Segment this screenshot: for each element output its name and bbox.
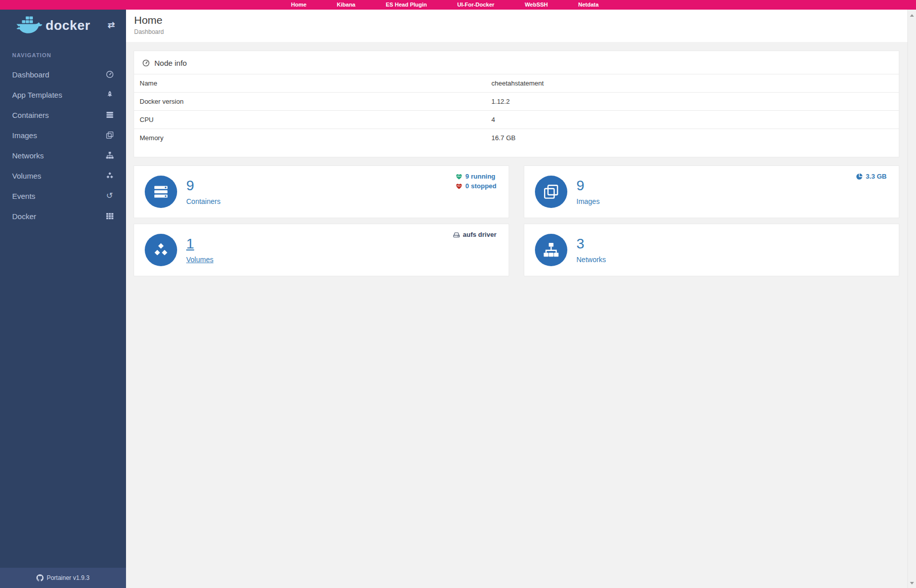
row-value: 4: [486, 111, 899, 129]
vertical-scrollbar[interactable]: [907, 10, 916, 588]
sidebar-footer-link[interactable]: Portainer v1.9.3: [0, 568, 126, 588]
sitemap-icon: [105, 151, 114, 160]
hdd-icon: [453, 231, 460, 238]
cubes-icon: [105, 172, 114, 180]
sidebar-item-label: Volumes: [12, 172, 41, 180]
row-label: Docker version: [134, 93, 486, 111]
sidebar-item-networks[interactable]: Networks: [0, 145, 126, 165]
sidebar: docker ⇄ NAVIGATION Dashboard App Templa…: [0, 10, 126, 588]
images-card[interactable]: 9 Images 3.3 GB: [524, 165, 899, 218]
row-value: 16.7 GB: [486, 129, 899, 147]
scroll-down-arrow-icon[interactable]: [910, 582, 914, 584]
containers-count-link[interactable]: 9: [186, 179, 221, 193]
pie-chart-icon: [856, 173, 863, 180]
node-info-table: Name cheetahstatement Docker version 1.1…: [134, 74, 899, 147]
table-row: CPU 4: [134, 111, 899, 129]
networks-icon: [535, 234, 567, 266]
top-link-netdata[interactable]: Netdata: [578, 0, 599, 10]
row-label: Name: [134, 74, 486, 93]
sidebar-item-events[interactable]: Events ↺: [0, 186, 126, 206]
images-stats: 3.3 GB: [856, 173, 887, 180]
sidebar-item-label: Containers: [12, 111, 49, 119]
sidebar-item-label: Dashboard: [12, 70, 49, 79]
networks-card[interactable]: 3 Networks: [524, 224, 899, 276]
clone-icon: [105, 131, 114, 140]
github-icon: [36, 574, 44, 581]
node-info-title: Node info: [154, 59, 187, 67]
row-label: Memory: [134, 129, 486, 147]
sidebar-item-label: Docker: [12, 212, 36, 221]
images-count-link[interactable]: 9: [576, 179, 600, 193]
images-label-link[interactable]: Images: [576, 197, 600, 205]
tachometer-icon: [142, 59, 150, 67]
sidebar-item-dashboard[interactable]: Dashboard: [0, 64, 126, 85]
portainer-version-label: Portainer v1.9.3: [47, 574, 90, 581]
top-link-home[interactable]: Home: [291, 0, 307, 10]
summary-cards-row-2: 1 Volumes aufs driver 3 Networks: [134, 224, 899, 276]
top-link-kibana[interactable]: Kibana: [337, 0, 356, 10]
running-stat: 9 running: [455, 173, 496, 180]
sidebar-item-docker[interactable]: Docker: [0, 206, 126, 226]
heartbeat-icon: [455, 183, 463, 190]
images-size-stat: 3.3 GB: [856, 173, 887, 180]
top-nav-bar: Home Kibana ES Head Plugin UI-For-Docker…: [0, 0, 916, 10]
sidebar-item-label: Events: [12, 192, 35, 200]
volume-driver-label: aufs driver: [463, 231, 496, 238]
containers-icon: [145, 176, 177, 208]
volumes-stats: aufs driver: [453, 231, 496, 238]
volume-driver-stat: aufs driver: [453, 231, 496, 238]
top-link-webssh[interactable]: WebSSH: [525, 0, 548, 10]
main-area: Home Dashboard Node info Name cheetahsta…: [126, 10, 907, 588]
summary-cards-row-1: 9 Containers 9 running 0 stopped: [134, 165, 899, 218]
sidebar-item-label: App Templates: [12, 91, 62, 99]
sidebar-item-label: Images: [12, 131, 37, 140]
scroll-up-arrow-icon[interactable]: [910, 14, 914, 17]
sidebar-brand[interactable]: docker ⇄: [0, 10, 126, 41]
containers-label-link[interactable]: Containers: [186, 197, 221, 205]
containers-card[interactable]: 9 Containers 9 running 0 stopped: [134, 165, 509, 218]
top-link-ui-for-docker[interactable]: UI-For-Docker: [457, 0, 494, 10]
networks-label-link[interactable]: Networks: [576, 256, 606, 264]
sidebar-item-app-templates[interactable]: App Templates: [0, 85, 126, 105]
sidebar-toggle-icon[interactable]: ⇄: [108, 20, 115, 30]
page-title: Home: [134, 14, 907, 26]
breadcrumb: Dashboard: [134, 28, 907, 35]
volumes-count-link[interactable]: 1: [186, 237, 214, 251]
volumes-card[interactable]: 1 Volumes aufs driver: [134, 224, 509, 276]
table-row: Memory 16.7 GB: [134, 129, 899, 147]
sidebar-item-images[interactable]: Images: [0, 125, 126, 145]
docker-whale-icon: [13, 15, 43, 35]
images-size-label: 3.3 GB: [866, 173, 887, 180]
history-icon: ↺: [105, 192, 114, 200]
stopped-stat: 0 stopped: [455, 182, 496, 190]
brand-wordmark: docker: [46, 18, 90, 33]
volumes-icon: [145, 234, 177, 266]
dashboard-content: Node info Name cheetahstatement Docker v…: [126, 42, 907, 276]
page-header: Home Dashboard: [126, 10, 907, 42]
containers-stats: 9 running 0 stopped: [455, 173, 496, 190]
top-link-es-head-plugin[interactable]: ES Head Plugin: [386, 0, 427, 10]
navigation-section-label: NAVIGATION: [12, 52, 126, 58]
heartbeat-icon: [455, 173, 463, 180]
running-count-label: 9 running: [466, 173, 495, 180]
sidebar-item-containers[interactable]: Containers: [0, 105, 126, 125]
table-row: Name cheetahstatement: [134, 74, 899, 93]
grid-icon: [105, 212, 114, 221]
row-label: CPU: [134, 111, 486, 129]
sidebar-item-label: Networks: [12, 151, 44, 160]
node-info-header: Node info: [134, 51, 899, 74]
row-value: cheetahstatement: [486, 74, 899, 93]
row-value: 1.12.2: [486, 93, 899, 111]
volumes-label-link[interactable]: Volumes: [186, 256, 214, 264]
networks-count-link[interactable]: 3: [576, 237, 606, 251]
images-icon: [535, 176, 567, 208]
table-row: Docker version 1.12.2: [134, 93, 899, 111]
rocket-icon: [105, 91, 114, 99]
sidebar-menu: Dashboard App Templates Containers Image…: [0, 64, 126, 226]
node-info-panel: Node info Name cheetahstatement Docker v…: [134, 51, 899, 157]
tachometer-icon: [105, 70, 114, 79]
sidebar-item-volumes[interactable]: Volumes: [0, 165, 126, 186]
stopped-count-label: 0 stopped: [466, 182, 496, 190]
server-icon: [105, 111, 114, 119]
